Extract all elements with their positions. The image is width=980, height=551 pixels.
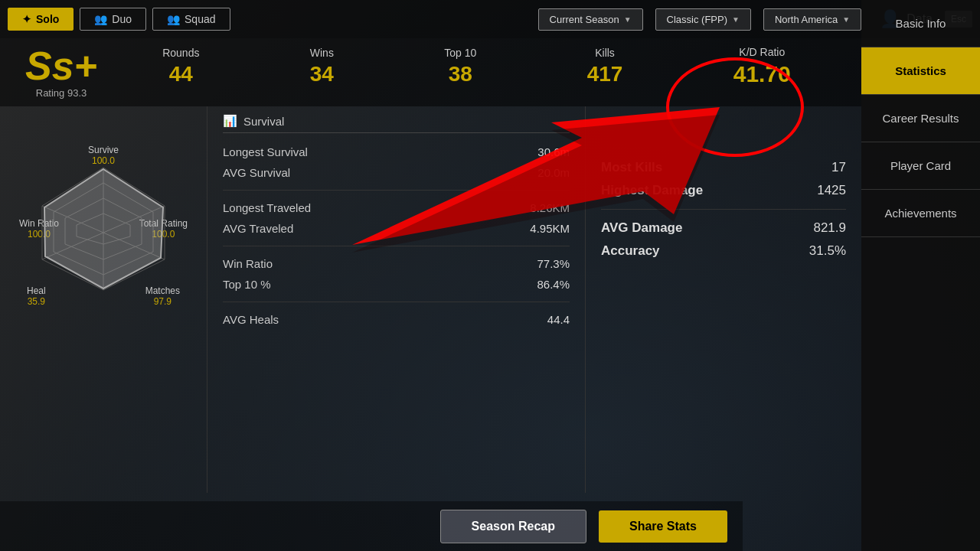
survival-section-title: 📊 Survival (223, 114, 570, 133)
season-recap-button[interactable]: Season Recap (440, 510, 586, 543)
divider (223, 302, 570, 302)
divider (601, 209, 846, 210)
mode-dropdown[interactable]: Classic (FPP) ▼ (655, 8, 751, 31)
solo-mode-button[interactable]: ✦ Solo (8, 8, 74, 31)
bottom-bar: Season Recap Share Stats (0, 501, 743, 551)
squad-icon: 👥 (167, 13, 180, 25)
divider (223, 190, 570, 191)
solo-icon: ✦ (22, 13, 31, 25)
rating-label: Rating 93.3 (36, 87, 87, 99)
svg-marker-7 (44, 169, 163, 289)
accuracy-row: Accuracy 31.5% (601, 243, 846, 259)
sidebar-item-career-results[interactable]: Career Results (861, 95, 980, 142)
most-kills-row: Most Kills 17 (601, 160, 846, 175)
chevron-down-icon: ▼ (624, 15, 632, 24)
left-panel: Survive 100.0 Total Rating 100.0 Win Rat… (0, 106, 207, 493)
top-bar: ✦ Solo 👥 Duo 👥 Squad Current Season ▼ Cl… (0, 0, 980, 38)
squad-mode-button[interactable]: 👥 Squad (152, 8, 230, 31)
chevron-down-icon: ▼ (842, 15, 850, 24)
sidebar-item-achievements[interactable]: Achievements (861, 190, 980, 237)
longest-traveled-row: Longest Traveled 8.26KM (223, 201, 570, 214)
rank-badge: Ss+ (25, 46, 97, 86)
radar-chart: Survive 100.0 Total Rating 100.0 Win Rat… (19, 145, 188, 313)
longest-survival-row: Longest Survival 30.6m (223, 145, 570, 158)
rank-area: Ss+ Rating 93.3 (15, 46, 107, 99)
chart-icon: 📊 (223, 114, 237, 128)
sidebar-item-statistics[interactable]: Statistics (861, 47, 980, 95)
sidebar-item-basic-info[interactable]: Basic Info (861, 0, 980, 47)
chevron-down-icon: ▼ (732, 15, 740, 24)
radar-svg (19, 145, 188, 313)
kills-stat: Kills 417 (587, 47, 623, 86)
region-dropdown[interactable]: North America ▼ (763, 8, 861, 31)
top10-pct-row: Top 10 % 86.4% (223, 278, 570, 291)
highest-damage-row: Highest Damage 1425 (601, 183, 846, 198)
divider (223, 246, 570, 246)
kd-ratio-stat: K/D Ratio 41.70 (733, 46, 791, 87)
duo-icon: 👥 (94, 13, 107, 25)
mid-panel: 📊 Survival Longest Survival 30.6m AVG Su… (207, 106, 586, 493)
right-sidebar: Basic Info Statistics Career Results Pla… (861, 0, 980, 551)
avg-survival-row: AVG Survival 20.0m (223, 166, 570, 179)
stats-header: Ss+ Rating 93.3 Rounds 44 Wins 34 Top 10… (0, 38, 861, 106)
share-stats-button[interactable]: Share Stats (599, 510, 727, 543)
avg-heals-row: AVG Heals 44.4 (223, 313, 570, 326)
main-content: Ss+ Rating 93.3 Rounds 44 Wins 34 Top 10… (0, 38, 861, 551)
content-area: Survive 100.0 Total Rating 100.0 Win Rat… (0, 106, 861, 493)
avg-traveled-row: AVG Traveled 4.95KM (223, 222, 570, 235)
rounds-stat: Rounds 44 (162, 47, 199, 86)
sidebar-item-player-card[interactable]: Player Card (861, 142, 980, 190)
top10-stat: Top 10 38 (444, 47, 476, 86)
right-panel: Most Kills 17 Highest Damage 1425 AVG Da… (586, 106, 861, 493)
duo-mode-button[interactable]: 👥 Duo (80, 8, 146, 31)
win-ratio-row: Win Ratio 77.3% (223, 257, 570, 270)
avg-damage-row: AVG Damage 821.9 (601, 220, 846, 236)
season-dropdown[interactable]: Current Season ▼ (538, 8, 643, 31)
wins-stat: Wins 34 (310, 47, 334, 86)
stats-columns: Rounds 44 Wins 34 Top 10 38 Kills 417 K/… (107, 46, 846, 87)
